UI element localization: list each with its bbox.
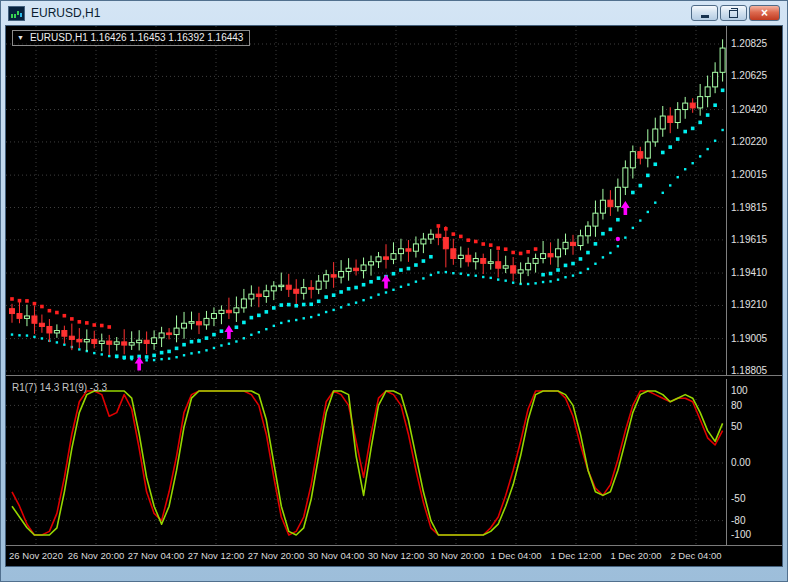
trend-dot (677, 176, 679, 178)
signal-markers (135, 201, 630, 370)
main-chart-pane: ▼ EURUSD,H1 1.16426 1.16453 1.16392 1.16… (6, 26, 782, 375)
trend-dot (542, 281, 544, 283)
trend-dot (370, 296, 372, 298)
candle-body (324, 275, 329, 281)
candle-body (309, 288, 314, 290)
candle-body (645, 142, 650, 158)
trend-dot (407, 267, 411, 271)
candle-body (571, 242, 576, 245)
candle-body (331, 275, 336, 277)
trend-dot (100, 324, 104, 328)
candle-body (675, 110, 680, 123)
buy-arrow-icon (135, 356, 144, 370)
restore-button[interactable] (720, 5, 747, 21)
trend-dot (250, 334, 252, 336)
candle-body (144, 340, 149, 343)
price-axis-label: 1.19615 (731, 234, 767, 245)
candle-body (339, 271, 344, 277)
trend-dot (265, 310, 269, 314)
candle-body (211, 314, 216, 319)
trend-dot (272, 306, 276, 310)
candles-layer (10, 39, 726, 355)
trend-dot (168, 357, 170, 359)
trend-dot (541, 273, 545, 277)
trend-dot (145, 355, 149, 359)
indicator-axis-label: 0.00 (731, 457, 750, 468)
trend-dot (422, 277, 424, 279)
time-axis-label: 1 Dec 04:00 (490, 550, 541, 561)
price-axis-label: 1.18805 (731, 365, 767, 376)
trend-dot (437, 271, 439, 273)
trend-dot (182, 343, 186, 347)
time-axis-label: 2 Dec 04:00 (670, 550, 721, 561)
trend-dot (332, 309, 334, 311)
candle-body (24, 316, 29, 318)
trend-dot (586, 251, 590, 255)
indicator-axis[interactable]: 10080500.00-50-80-100 (726, 379, 782, 545)
buy-arrow-icon (621, 201, 630, 215)
window-title: EURUSD,H1 (31, 6, 100, 20)
candle-body (84, 339, 89, 341)
trend-dot (235, 325, 239, 329)
candle-body (541, 254, 546, 259)
candle-body (413, 244, 418, 251)
trend-dot (242, 321, 246, 325)
price-axis-label: 1.20015 (731, 169, 767, 180)
trend-dot (78, 320, 82, 324)
trend-dot (145, 359, 147, 361)
trend-dot (11, 333, 13, 335)
ohlc-text: EURUSD,H1 1.16426 1.16453 1.16392 1.1644… (30, 32, 244, 43)
chart-shell: ▼ EURUSD,H1 1.16426 1.16453 1.16392 1.16… (5, 25, 783, 567)
trend-line-upper (10, 88, 724, 359)
indicator-axis-label: -100 (731, 529, 751, 540)
trend-dot (445, 271, 447, 273)
trend-dot (235, 340, 237, 342)
candle-body (159, 333, 164, 338)
trend-dot (452, 232, 456, 236)
trend-dot (115, 354, 119, 358)
trend-dot (392, 289, 394, 291)
trend-dot (243, 337, 245, 339)
trend-dot (347, 303, 349, 305)
minimize-icon (701, 15, 709, 18)
trend-dot (198, 351, 200, 353)
collapse-triangle-icon[interactable]: ▼ (17, 34, 24, 41)
indicator-canvas[interactable] (6, 379, 726, 546)
trend-dot (496, 246, 500, 250)
price-axis-label: 1.19410 (731, 267, 767, 278)
buy-arrow-icon (382, 275, 391, 289)
trend-dot (190, 340, 194, 344)
trend-dot (639, 219, 641, 221)
time-axis-label: 1 Dec 12:00 (550, 550, 601, 561)
candle-body (600, 200, 605, 213)
indicator-axis-label: -50 (731, 493, 745, 504)
trend-dot (280, 322, 282, 324)
trend-dot (571, 262, 575, 266)
trend-dot (466, 238, 470, 242)
trend-dot (511, 251, 515, 255)
trend-dot (385, 291, 387, 293)
titlebar[interactable]: EURUSD,H1 × (5, 1, 783, 25)
main-chart-canvas[interactable] (6, 26, 726, 378)
trend-dot (474, 240, 478, 244)
trend-dot (18, 334, 20, 336)
trend-dot (340, 306, 342, 308)
symbol-ohlc-label[interactable]: ▼ EURUSD,H1 1.16426 1.16453 1.16392 1.16… (12, 30, 250, 46)
close-button[interactable]: × (749, 5, 780, 21)
trend-dot (354, 286, 358, 290)
trend-dot (392, 272, 396, 276)
price-axis[interactable]: 1.208251.206251.204201.202201.200151.198… (726, 26, 782, 375)
candle-body (720, 48, 725, 72)
trend-dot (153, 359, 155, 361)
candle-body (451, 249, 456, 259)
candle-body (593, 213, 598, 226)
trend-dot (220, 329, 224, 333)
candle-body (713, 72, 718, 87)
trend-dot (279, 303, 283, 307)
candle-body (197, 322, 202, 325)
trend-dot (175, 356, 177, 358)
minimize-button[interactable] (691, 5, 718, 21)
trend-dot (339, 290, 343, 294)
time-axis[interactable]: 26 Nov 202026 Nov 20:0027 Nov 04:0027 No… (6, 545, 782, 566)
restore-icon (729, 10, 738, 18)
